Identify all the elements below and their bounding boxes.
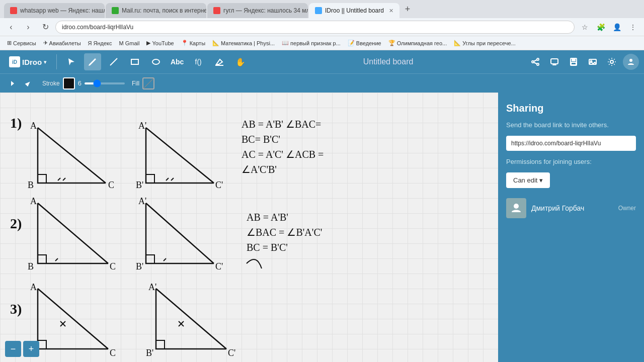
sharing-title: Sharing: [506, 103, 636, 114]
app-logo[interactable]: iD IDroo ▾: [5, 54, 50, 69]
svg-rect-61: [156, 340, 165, 349]
svg-line-27: [166, 178, 169, 180]
ellipse-tool[interactable]: [147, 53, 165, 70]
bookmark-youtube[interactable]: ▶ YouTube: [143, 39, 177, 47]
bookmark-yandex[interactable]: Я Яндекс: [85, 39, 115, 47]
user-avatar-icon: [510, 202, 522, 214]
zoom-in-button[interactable]: +: [23, 341, 39, 357]
svg-rect-12: [571, 62, 576, 65]
bookmark-angles[interactable]: 📐 Углы при пересече...: [451, 39, 519, 47]
tab-2-label: Mail.ru: почта, поиск в интерне...: [122, 7, 206, 14]
tab-2[interactable]: Mail.ru: почта, поиск в интерне... ✕: [106, 3, 206, 18]
svg-point-16: [629, 59, 632, 62]
tab-3-favicon: [213, 7, 220, 14]
fill-color-swatch[interactable]: [142, 77, 154, 89]
bookmark-math[interactable]: 📐 Математика | Physi...: [209, 39, 278, 47]
pencil-tool[interactable]: [84, 53, 101, 70]
svg-text:1): 1): [10, 115, 22, 131]
canvas-area[interactable]: 1) B C A B' C': [0, 93, 498, 362]
reload-button[interactable]: ↻: [38, 20, 52, 34]
line-tool[interactable]: [105, 53, 122, 70]
browser-frame: whatsapp web — Яндекс: нашл... ✕ Mail.ru…: [0, 0, 644, 362]
svg-line-20: [58, 178, 60, 180]
svg-text:C': C': [215, 180, 223, 190]
bookmark-maps[interactable]: 📍 Карты: [178, 39, 208, 47]
fill-group: Fill: [132, 77, 154, 89]
svg-rect-1: [131, 59, 138, 64]
bookmark-star-icon[interactable]: ☆: [578, 20, 592, 34]
tab-4-favicon: [315, 7, 322, 14]
stroke-color-swatch[interactable]: [63, 77, 75, 89]
bookmark-olymp[interactable]: 🏆 Олимпиадная гео...: [385, 39, 450, 47]
svg-text:∠BAC = ∠B'A'C': ∠BAC = ∠B'A'C': [247, 227, 322, 238]
eraser-tool[interactable]: [211, 53, 228, 70]
svg-text:B: B: [28, 261, 34, 272]
svg-text:BC = B'C': BC = B'C': [247, 242, 288, 253]
logo-text: IDroo: [22, 58, 42, 66]
tab-3-label: гугл — Яндекс: нашлось 34 млн...: [223, 7, 308, 14]
user-avatar-button[interactable]: [623, 54, 639, 70]
bookmark-avia[interactable]: ✈ Авиабилеты: [40, 39, 84, 47]
stroke-fill-bar: Stroke 6 Fill: [0, 73, 644, 93]
settings-button[interactable]: [604, 54, 620, 70]
text-tool[interactable]: Abc: [169, 53, 186, 70]
address-bar[interactable]: idroo.com/board-liqrHlIaVu: [55, 21, 575, 34]
tab-4[interactable]: IDroo || Untitled board ✕: [309, 3, 399, 18]
bookmark-gmail[interactable]: M Gmail: [116, 39, 143, 47]
hand-tool[interactable]: ✋: [232, 53, 249, 70]
save-button[interactable]: [566, 54, 582, 70]
svg-text:A: A: [30, 282, 37, 292]
stroke-size-value: 6: [78, 79, 82, 87]
svg-line-0: [110, 58, 117, 65]
nav-forward-arrow[interactable]: [21, 76, 35, 90]
svg-line-37: [38, 203, 108, 263]
svg-text:BC= B'C': BC= B'C': [242, 134, 280, 145]
bookmark-first-sign[interactable]: 📖 первый признак р...: [279, 39, 344, 47]
stroke-size-slider[interactable]: [85, 82, 125, 84]
menu-icon[interactable]: ⋮: [626, 20, 640, 34]
svg-point-15: [610, 60, 613, 63]
toolbar-right: [527, 54, 639, 70]
extensions-icon[interactable]: 🧩: [594, 20, 608, 34]
share-button[interactable]: [527, 54, 543, 70]
bookmark-services[interactable]: ⊞ Сервисы: [4, 39, 39, 47]
rect-tool[interactable]: [126, 53, 143, 70]
svg-rect-44: [146, 255, 154, 263]
chat-button[interactable]: [546, 54, 562, 70]
zoom-out-button[interactable]: −: [5, 341, 21, 357]
can-edit-button[interactable]: Can edit ▾: [506, 172, 550, 188]
svg-rect-19: [38, 174, 46, 183]
tab-1[interactable]: whatsapp web — Яндекс: нашл... ✕: [4, 3, 105, 18]
svg-line-39: [55, 258, 58, 261]
user-info: Дмитрий Горбач: [531, 204, 613, 212]
nav-icons: ☆ 🧩 👤 ⋮: [578, 20, 640, 34]
svg-line-28: [171, 178, 174, 180]
tab-3[interactable]: гугл — Яндекс: нашлось 34 млн... ✕: [207, 3, 308, 18]
tab-bar: whatsapp web — Яндекс: нашл... ✕ Mail.ru…: [0, 0, 644, 18]
svg-line-45: [164, 258, 166, 261]
formula-tool[interactable]: f(): [190, 53, 207, 70]
svg-line-8: [534, 60, 537, 61]
bookmark-intro[interactable]: 📝 Введение: [345, 39, 384, 47]
sharing-link-input[interactable]: [506, 136, 636, 151]
back-button[interactable]: ‹: [4, 20, 18, 34]
svg-rect-9: [551, 59, 558, 64]
stroke-label: Stroke: [42, 80, 60, 87]
new-tab-button[interactable]: +: [400, 2, 415, 16]
svg-text:2): 2): [10, 216, 22, 231]
main-content: 1) B C A B' C': [0, 93, 644, 362]
stroke-group: Stroke 6: [42, 77, 125, 89]
profile-icon[interactable]: 👤: [610, 20, 624, 34]
tab-4-close[interactable]: ✕: [389, 8, 393, 14]
cursor-tool[interactable]: [63, 53, 80, 70]
svg-line-7: [534, 62, 537, 64]
forward-button[interactable]: ›: [21, 20, 35, 34]
svg-text:A': A': [138, 196, 146, 206]
svg-text:C: C: [110, 348, 116, 358]
svg-text:C: C: [110, 261, 116, 272]
svg-rect-11: [572, 58, 575, 61]
logo-dropdown-icon: ▾: [44, 59, 46, 65]
fill-label: Fill: [132, 80, 139, 87]
image-button[interactable]: [585, 54, 601, 70]
nav-back-arrow[interactable]: [5, 76, 19, 90]
